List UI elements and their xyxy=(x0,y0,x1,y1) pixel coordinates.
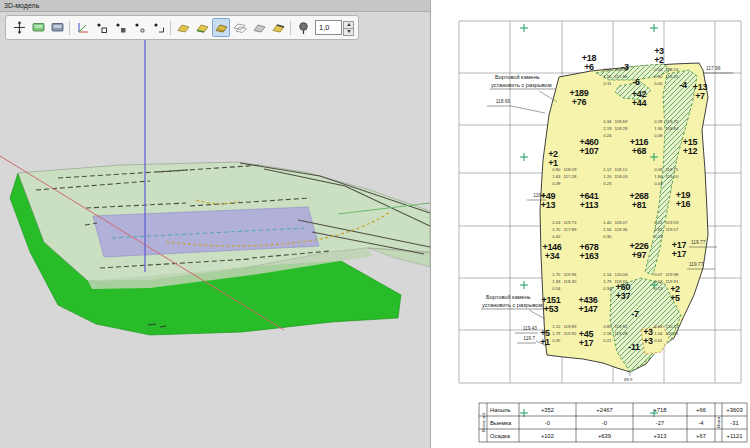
table-cell-value: +718 xyxy=(653,407,666,413)
node-elevation: 117.96 xyxy=(615,74,628,79)
scale-value[interactable]: 1,0 xyxy=(315,20,342,35)
node-workmark: 2.03 xyxy=(552,220,561,225)
cell-settlement-value: +147 xyxy=(578,304,597,314)
node-elevation: 118.16 xyxy=(666,67,679,72)
node-elevation: 119.92 xyxy=(564,331,577,336)
edge-elevation-label: 119.7 xyxy=(523,336,535,341)
table-cell-value: -0 xyxy=(602,420,607,426)
cell-settlement-value: +13 xyxy=(541,200,556,210)
node-elevation: 119.57 xyxy=(666,227,679,232)
edge-elevation-label: 119.43 xyxy=(523,326,538,331)
surface-top-icon[interactable] xyxy=(269,18,287,37)
node-workmark: 0.13 xyxy=(654,220,663,225)
node-workmark: 2.18 xyxy=(603,331,612,336)
spinner-down-button[interactable] xyxy=(343,28,354,36)
cell-cut-value: -4 xyxy=(679,80,687,90)
table-row-label: Выемка xyxy=(490,420,512,426)
surface-pair-icon[interactable] xyxy=(231,18,249,37)
node-workmark: 2.03 xyxy=(654,279,663,284)
table-cell-value: +2467 xyxy=(596,407,612,413)
node-elevation: 118.09 xyxy=(564,167,577,172)
table-row-label: Насыпь xyxy=(490,407,511,413)
cell-settlement-value: +44 xyxy=(632,98,647,108)
edge-elevation-label: 118.69 xyxy=(496,99,511,104)
cartogram-panel: Бортовой камень установить с разрывом Бо… xyxy=(430,0,750,448)
node-depth: 0.04 xyxy=(654,181,663,186)
cell-settlement-value: +68 xyxy=(632,146,647,156)
node-workmark: -0.01 xyxy=(653,324,663,329)
node-workmark: 2.19 xyxy=(603,126,612,131)
screen-green-icon[interactable] xyxy=(29,18,47,37)
table-cell-value: +639 xyxy=(598,433,611,439)
probe-icon[interactable] xyxy=(294,18,312,37)
cell-settlement-value: +3 xyxy=(643,336,653,346)
node-elevation: 120.12 xyxy=(666,324,680,329)
3d-panel-title: 3D-модель xyxy=(4,2,39,9)
table-cell-value: -4 xyxy=(698,420,704,426)
cell-settlement-value: +37 xyxy=(616,291,631,301)
node-depth: 0.54 xyxy=(552,286,561,291)
screen-dark-icon[interactable] xyxy=(48,18,66,37)
node-workmark: 1.14 xyxy=(603,272,612,277)
cell-settlement-value: +17 xyxy=(579,338,594,348)
node-depth: 0.24 xyxy=(603,133,612,138)
edge-elevation-label: 119.77 xyxy=(691,240,706,245)
node-depth: 0.13 xyxy=(654,286,663,291)
cell-settlement-value: +16 xyxy=(676,199,691,209)
node-workmark: 1.56 xyxy=(603,227,612,232)
node-workmark: 1.70 xyxy=(552,227,561,232)
node-elevation: 117.28 xyxy=(564,174,577,179)
node-workmark: 1.63 xyxy=(552,174,561,179)
orbit-icon[interactable] xyxy=(10,18,28,37)
node-workmark: 1.79 xyxy=(552,331,561,336)
node-workmark: 0.85 xyxy=(603,324,612,329)
cell-settlement-value: +34 xyxy=(545,251,560,261)
toolbar-separator xyxy=(170,21,171,35)
node-elevation: 119.59 xyxy=(666,220,679,225)
surface-gray-icon[interactable] xyxy=(250,18,268,37)
node-elevation: 118.07 xyxy=(615,220,628,225)
app-window: 3D-модель xyxy=(0,0,750,448)
table-cell-value: +102 xyxy=(541,433,554,439)
scale-spinner[interactable]: 1,0 xyxy=(315,20,354,35)
node-elevation: 119.28 xyxy=(615,331,628,336)
cell-settlement-value: +2 xyxy=(654,55,664,65)
table-row-label: Осадка xyxy=(490,433,511,439)
cartogram-drawing[interactable]: Бортовой камень установить с разрывом Бо… xyxy=(431,0,750,448)
node-elevation: 117.89 xyxy=(564,227,577,232)
cell-settlement-value: +7 xyxy=(695,91,705,101)
node-elevation: 118.20 xyxy=(666,74,679,79)
toolbar-separator xyxy=(69,21,70,35)
node-workmark: 1.15 xyxy=(552,324,561,329)
vertex-select-icon[interactable] xyxy=(92,18,110,37)
node-elevation: 120.11 xyxy=(666,331,679,336)
cell-settlement-value: +53 xyxy=(544,304,559,314)
surface-shaded-icon[interactable] xyxy=(212,18,230,37)
node-workmark: 0.07 xyxy=(654,272,663,277)
node-depth: 0.01 xyxy=(654,338,663,343)
3d-viewport[interactable] xyxy=(0,0,430,448)
vertex-add-icon[interactable] xyxy=(111,18,129,37)
surface-bend-icon[interactable] xyxy=(193,18,211,37)
annotation-line: установить с разрывом xyxy=(491,82,552,88)
table-cell-value: +313 xyxy=(653,433,666,439)
surface-flat-icon[interactable] xyxy=(174,18,192,37)
table-rotated-label: Всего, м3 xyxy=(481,413,486,432)
node-elevation: 119.15 xyxy=(666,167,679,172)
node-depth: 0.39 xyxy=(552,181,561,186)
vertex-rect-icon[interactable] xyxy=(130,18,148,37)
vertex-snap-icon[interactable] xyxy=(149,18,167,37)
node-workmark: 0.10 xyxy=(603,67,612,72)
annotation-line: Бортовой камень xyxy=(495,74,540,80)
edge-elevation-label: 119.77 xyxy=(689,262,704,267)
node-workmark: 1.20 xyxy=(603,174,612,179)
cell-settlement-value: +107 xyxy=(579,146,598,156)
node-elevation: 118.15 xyxy=(615,167,628,172)
cell-cut-value: -11 xyxy=(628,342,640,352)
axes-icon[interactable] xyxy=(73,18,91,37)
node-workmark: 1.90 xyxy=(654,126,663,131)
table-cell-value: -27 xyxy=(656,420,664,426)
node-depth: 0.00 xyxy=(654,81,663,86)
table-total-value: +1121 xyxy=(727,433,743,439)
node-workmark: 1.79 xyxy=(603,279,612,284)
